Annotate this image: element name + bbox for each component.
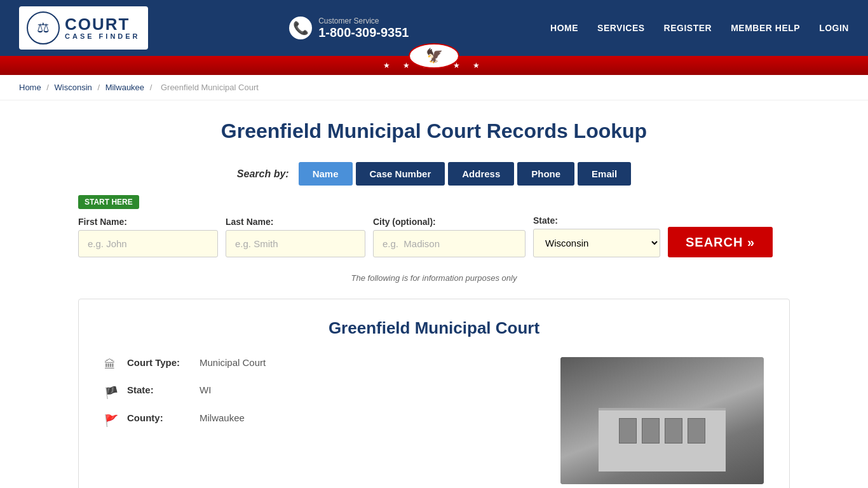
disclaimer-text: The following is for information purpose… bbox=[78, 273, 790, 283]
nav-member-help[interactable]: MEMBER HELP bbox=[731, 23, 800, 33]
court-type-label: Court Type: bbox=[127, 357, 191, 368]
phone-icon: 📞 bbox=[289, 17, 312, 39]
building-main bbox=[599, 408, 726, 471]
main-nav: HOME SERVICES REGISTER MEMBER HELP LOGIN bbox=[550, 23, 849, 33]
breadcrumb-home[interactable]: Home bbox=[19, 83, 41, 92]
window-2 bbox=[642, 418, 660, 444]
last-name-label: Last Name: bbox=[226, 217, 365, 227]
page-title: Greenfield Municipal Court Records Looku… bbox=[78, 119, 790, 143]
logo-case-finder-label: CASE FINDER bbox=[65, 32, 140, 40]
window-1 bbox=[619, 418, 637, 444]
detail-row-court-type: 🏛 Court Type: Municipal Court bbox=[104, 357, 535, 372]
state-detail-value: WI bbox=[200, 384, 211, 395]
nav-home[interactable]: HOME bbox=[550, 23, 578, 33]
logo-text: COURT CASE FINDER bbox=[65, 16, 140, 40]
search-by-label: Search by: bbox=[237, 168, 289, 180]
nav-services[interactable]: SERVICES bbox=[597, 23, 645, 33]
detail-row-state: 🏴 State: WI bbox=[104, 384, 535, 400]
search-section: Search by: Name Case Number Address Phon… bbox=[78, 162, 790, 283]
city-group: City (optional): bbox=[373, 217, 526, 257]
tab-case-number[interactable]: Case Number bbox=[356, 162, 445, 186]
last-name-group: Last Name: bbox=[226, 217, 365, 257]
eagle-emblem: 🦅 bbox=[409, 43, 459, 69]
courthouse-icon: 🏛 bbox=[104, 357, 118, 372]
breadcrumb: Home / Wisconsin / Milwaukee / Greenfiel… bbox=[0, 75, 868, 100]
cs-label: Customer Service bbox=[318, 17, 409, 25]
red-banner: ★ ★ ★ 🦅 ★ ★ ★ bbox=[0, 56, 868, 75]
search-tabs-row: Search by: Name Case Number Address Phon… bbox=[78, 162, 790, 186]
court-info-section: Greenfield Municipal Court 🏛 Court Type:… bbox=[78, 299, 790, 488]
court-type-value: Municipal Court bbox=[200, 357, 266, 368]
search-form-row: First Name: Last Name: City (optional): … bbox=[78, 215, 790, 257]
building-windows bbox=[599, 410, 726, 444]
breadcrumb-sep-3: / bbox=[150, 83, 154, 92]
tab-email[interactable]: Email bbox=[578, 162, 631, 186]
court-image-bg bbox=[560, 357, 764, 484]
detail-row-county: 🚩 County: Milwaukee bbox=[104, 412, 535, 428]
cs-phone: 1-800-309-9351 bbox=[318, 25, 409, 40]
window-3 bbox=[665, 418, 682, 444]
state-select[interactable]: Wisconsin AlabamaAlaskaArizona ArkansasC… bbox=[533, 229, 660, 257]
state-group: State: Wisconsin AlabamaAlaskaArizona Ar… bbox=[533, 215, 660, 257]
county-label: County: bbox=[127, 412, 191, 423]
court-building-image bbox=[560, 357, 764, 484]
nav-register[interactable]: REGISTER bbox=[664, 23, 712, 33]
start-here-badge: START HERE bbox=[78, 195, 139, 209]
breadcrumb-wisconsin[interactable]: Wisconsin bbox=[55, 83, 92, 92]
window-4 bbox=[688, 418, 705, 444]
logo-emblem: ⚖ bbox=[27, 11, 60, 44]
court-info-title: Greenfield Municipal Court bbox=[104, 318, 764, 338]
tab-name[interactable]: Name bbox=[299, 162, 353, 186]
building-shape bbox=[599, 408, 726, 471]
logo-area: ⚖ COURT CASE FINDER bbox=[19, 6, 148, 50]
main-content: Greenfield Municipal Court Records Looku… bbox=[53, 100, 815, 488]
tab-phone[interactable]: Phone bbox=[517, 162, 574, 186]
pennant-icon: 🚩 bbox=[104, 412, 118, 428]
court-info-body: 🏛 Court Type: Municipal Court 🏴 State: W… bbox=[104, 357, 764, 484]
nav-login[interactable]: LOGIN bbox=[819, 23, 849, 33]
tab-address[interactable]: Address bbox=[448, 162, 514, 186]
first-name-group: First Name: bbox=[78, 217, 218, 257]
county-value: Milwaukee bbox=[200, 412, 245, 423]
search-button[interactable]: SEARCH » bbox=[668, 227, 773, 257]
breadcrumb-sep-1: / bbox=[46, 83, 51, 92]
state-detail-label: State: bbox=[127, 384, 191, 395]
city-input[interactable] bbox=[373, 230, 526, 257]
logo-court-label: COURT bbox=[65, 16, 140, 32]
city-label: City (optional): bbox=[373, 217, 526, 227]
cs-text: Customer Service 1-800-309-9351 bbox=[318, 17, 409, 40]
breadcrumb-sep-2: / bbox=[97, 83, 102, 92]
breadcrumb-milwaukee[interactable]: Milwaukee bbox=[105, 83, 144, 92]
state-label: State: bbox=[533, 215, 660, 226]
logo-box: ⚖ COURT CASE FINDER bbox=[19, 6, 148, 50]
last-name-input[interactable] bbox=[226, 230, 365, 257]
breadcrumb-current: Greenfield Municipal Court bbox=[161, 83, 259, 92]
customer-service-area: 📞 Customer Service 1-800-309-9351 bbox=[289, 17, 409, 40]
form-area: START HERE First Name: Last Name: City (… bbox=[78, 195, 790, 267]
court-details: 🏛 Court Type: Municipal Court 🏴 State: W… bbox=[104, 357, 535, 484]
first-name-label: First Name: bbox=[78, 217, 218, 227]
first-name-input[interactable] bbox=[78, 230, 218, 257]
flag-icon: 🏴 bbox=[104, 384, 118, 400]
